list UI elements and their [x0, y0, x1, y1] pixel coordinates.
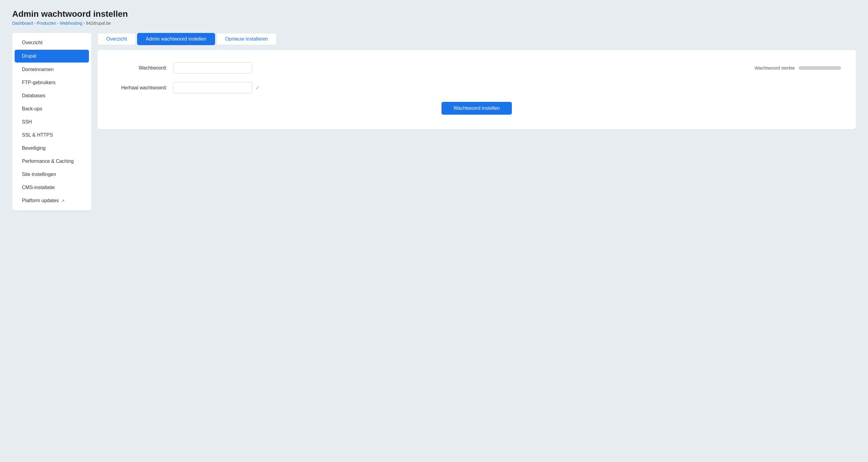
external-link-icon: ↗ [60, 199, 65, 203]
submit-button[interactable]: Wachtwoord instellen [441, 102, 512, 115]
password-row: Wachtwoord: Wachtwoord sterkte [112, 62, 841, 74]
breadcrumb-current: 942drupal.be [86, 21, 111, 26]
main-layout: OverzichtDrupalDomeinnamenFTP-gebruikers… [12, 33, 856, 210]
breadcrumb-webhosting[interactable]: Webhosting [60, 21, 82, 26]
content-area: OverzichtAdmin wachtwoord instellenOpnie… [97, 33, 856, 129]
sidebar-item-0[interactable]: Overzicht [14, 36, 89, 49]
sidebar-item-12[interactable]: Platform updates ↗ [14, 194, 89, 207]
breadcrumb-sep-1: › [34, 21, 36, 25]
sidebar-item-9[interactable]: Performance & Caching [14, 155, 89, 168]
page-title: Admin wachtwoord instellen [12, 9, 856, 19]
repeat-label: Herhaal wachtwoord: [112, 85, 173, 91]
breadcrumb-producten[interactable]: Producten [37, 21, 56, 26]
sidebar: OverzichtDrupalDomeinnamenFTP-gebruikers… [12, 33, 91, 210]
breadcrumb-sep-2: › [57, 21, 59, 25]
tab-2[interactable]: Opnieuw installeren [216, 33, 277, 45]
page-header: Admin wachtwoord instellen Dashboard › P… [12, 9, 856, 26]
tabs-bar: OverzichtAdmin wachtwoord instellenOpnie… [97, 33, 856, 45]
breadcrumb-sep-3: › [84, 21, 85, 25]
tab-0[interactable]: Overzicht [97, 33, 136, 45]
sidebar-item-8[interactable]: Beveiliging [14, 142, 89, 154]
sidebar-item-2[interactable]: Domeinnamen [14, 63, 89, 76]
repeat-password-input[interactable] [173, 82, 252, 93]
sidebar-item-4[interactable]: Databases [14, 89, 89, 102]
sidebar-item-7[interactable]: SSL & HTTPS [14, 129, 89, 142]
sidebar-item-10[interactable]: Site instellingen [14, 168, 89, 181]
strength-bar [799, 66, 841, 70]
check-icon: ✓ [255, 84, 260, 91]
password-input[interactable] [173, 62, 252, 74]
sidebar-item-3[interactable]: FTP-gebruikers [14, 76, 89, 89]
breadcrumb: Dashboard › Producten › Webhosting › 942… [12, 21, 856, 26]
repeat-password-row: Herhaal wachtwoord: ✓ [112, 82, 841, 93]
sidebar-item-5[interactable]: Back-ups [14, 103, 89, 115]
repeat-input-wrap: ✓ [173, 82, 260, 93]
sidebar-item-1[interactable]: Drupal [14, 50, 89, 62]
password-strength-wrap: Wachtwoord sterkte [755, 65, 841, 70]
password-label: Wachtwoord: [112, 65, 173, 71]
sidebar-item-11[interactable]: CMS-installatie [14, 181, 89, 194]
breadcrumb-dashboard[interactable]: Dashboard [12, 21, 33, 26]
password-input-wrap [173, 62, 252, 74]
strength-label: Wachtwoord sterkte [755, 65, 795, 70]
sidebar-item-6[interactable]: SSH [14, 116, 89, 128]
form-card: Wachtwoord: Wachtwoord sterkte Herhaal w… [97, 50, 856, 129]
tab-1[interactable]: Admin wachtwoord instellen [137, 33, 215, 45]
